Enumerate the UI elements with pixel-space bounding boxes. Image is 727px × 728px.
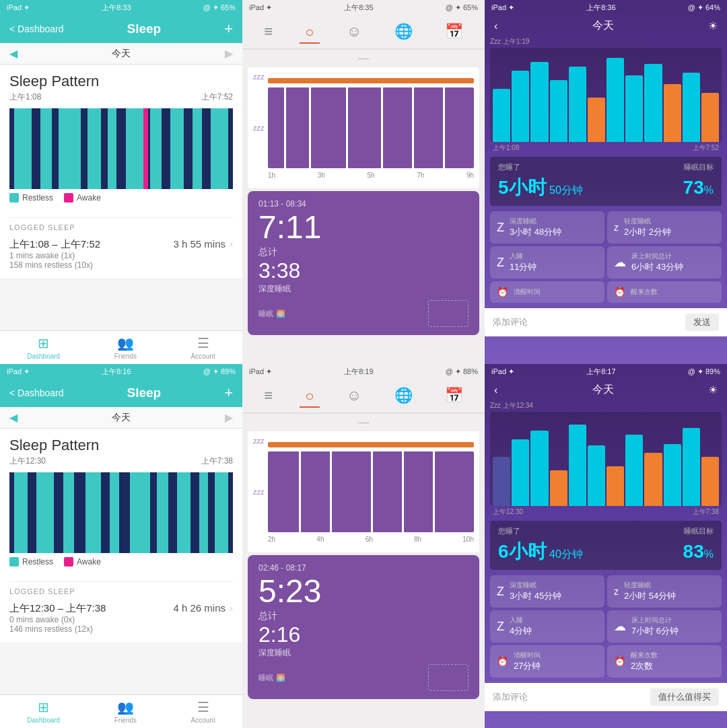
bm-calendar-icon[interactable]: 📅	[440, 384, 469, 407]
p2-circle-icon[interactable]: ○	[300, 21, 319, 44]
bm-purple-block	[268, 451, 474, 532]
bl-sleep-pattern-section: Sleep Pattern 上午12:30 上午7:38 Restless	[0, 429, 242, 576]
bl-tab-dashboard[interactable]: ⊞ Dashboard	[27, 699, 60, 724]
br-status-left: iPad ✦	[491, 367, 514, 376]
wake-count-text: 醒来次数	[631, 287, 658, 297]
deep-sleep-text: 深度睡眠 3小时 48分钟	[510, 217, 561, 238]
bar-1	[493, 89, 510, 142]
p3-percent: 73	[683, 177, 704, 198]
bl-sleep-entry[interactable]: 上午12:30 – 上午7:38 0 mins awake (0x) 146 m…	[9, 599, 233, 636]
br-fall-asleep-text: 入睡 4分钟	[510, 616, 532, 637]
stat-awake-time: ⏰ 清醒时间	[490, 281, 604, 303]
bm-menu-icon[interactable]: ≡	[258, 384, 278, 407]
p2-calendar-icon[interactable]: 📅	[440, 20, 469, 43]
bm-total-label: 总计	[258, 610, 469, 622]
bl-sleep-duration[interactable]: 4 h 26 mins ›	[173, 602, 233, 614]
bl-next-arrow[interactable]: ▶	[225, 411, 233, 424]
deep-sleep-label: 深度睡眠	[510, 217, 561, 226]
bm-time-4h: 4h	[316, 536, 324, 543]
sleep-end: 上午7:52	[201, 92, 233, 103]
friends-icon: 👥	[117, 335, 134, 351]
br-summary-values: 6小时 40分钟 83%	[498, 539, 714, 565]
br-sleep-summary: 您睡了 睡眠目标 6小时 40分钟 83%	[490, 521, 722, 570]
bar-5	[569, 67, 586, 142]
status-bar-bottom-middle: iPad ✦ 上午8:19 @ ✦ 88%	[242, 364, 485, 379]
br-bar-8	[625, 435, 643, 506]
p3-comment-placeholder[interactable]: 添加评论	[493, 316, 685, 328]
bl-back-button[interactable]: < Dashboard	[9, 388, 64, 398]
p3-summary-values: 5小时 50分钟 73%	[498, 175, 714, 201]
bl-tab-friends[interactable]: 👥 Friends	[114, 699, 137, 724]
bm-time-labels: 2h 4h 6h 8h 10h	[268, 536, 474, 543]
entry-time-range: 上午1:08 – 上午7:52	[9, 238, 100, 251]
bl-sleep-legend: Restless Awake	[9, 553, 233, 571]
status-bar-top-middle: iPad ✦ 上午8:35 @ ✦ 65%	[242, 0, 485, 15]
panel-bottom-middle: iPad ✦ 上午8:19 @ ✦ 88% ≡ ○ ☺ 🌐 📅 — zzz zz…	[242, 364, 485, 728]
bm-time-2h: 2h	[268, 536, 275, 543]
br-time-row: 上午12:30 上午7:38	[490, 506, 722, 518]
bl-add-button[interactable]: +	[224, 384, 233, 402]
p3-sleep-time: 5小时 50分钟	[498, 175, 583, 201]
br-stats-grid: Z 深度睡眠 3小时 45分钟 z 轻度睡眠 2小时 54分钟 Z 入睡 4分钟…	[490, 575, 722, 678]
light-sleep-icon: z	[614, 222, 619, 233]
br-awake-time-text: 清醒时间 27分钟	[514, 651, 541, 672]
br-stat-awake-time: ⏰ 清醒时间 27分钟	[490, 645, 604, 678]
br-bar-10	[664, 444, 681, 506]
bm-globe-icon[interactable]: 🌐	[389, 384, 418, 407]
bl-tab-account-label: Account	[191, 717, 215, 724]
orange-sleep-bar	[268, 78, 474, 83]
p3-send-button[interactable]: 发送	[685, 314, 719, 331]
br-fall-asleep-label: 入睡	[510, 616, 532, 625]
p2-menu-icon[interactable]: ≡	[258, 20, 278, 43]
awake-label: Awake	[77, 193, 101, 203]
br-goal-label: 睡眠目标	[684, 526, 714, 536]
bl-date-nav: ◀ 今天 ▶	[0, 407, 242, 429]
date-nav: ◀ 今天 ▶	[0, 43, 242, 65]
p2-person-icon[interactable]: ☺	[341, 20, 367, 43]
next-arrow[interactable]: ▶	[225, 47, 233, 60]
sun-icon: ☀	[708, 20, 718, 32]
br-bar-9-orange	[644, 453, 662, 506]
sleep-duration[interactable]: 3 h 55 mins ›	[173, 238, 233, 250]
back-button[interactable]: < Dashboard	[9, 24, 64, 34]
br-light-sleep-text: 轻度睡眠 2小时 54分钟	[624, 581, 676, 602]
br-stat-fall-asleep: Z 入睡 4分钟	[490, 610, 604, 643]
prev-arrow[interactable]: ◀	[9, 47, 18, 60]
widget-placeholder	[428, 300, 469, 327]
tab-friends[interactable]: 👥 Friends	[114, 335, 137, 360]
bl-account-icon: ☰	[197, 699, 209, 715]
br-bar-6	[588, 445, 605, 506]
nav-title: Sleep	[127, 22, 162, 36]
br-comment-placeholder[interactable]: 添加评论	[493, 691, 650, 703]
add-button[interactable]: +	[224, 20, 233, 38]
br-bar-7-orange	[607, 466, 624, 506]
br-nav-title: 今天	[497, 383, 708, 397]
bl-date-label: 今天	[112, 412, 131, 424]
br-comment-bar: 添加评论 值什么值得买	[485, 683, 727, 711]
bm-pull-indicator: —	[242, 414, 485, 431]
bm-circle-icon[interactable]: ○	[300, 385, 319, 408]
br-awake-time-label: 清醒时间	[514, 651, 541, 660]
chevron-icon: ›	[230, 238, 233, 250]
br-percent-sign: %	[704, 548, 714, 560]
bed-time-text: 床上时间总计 6小时 43分钟	[631, 252, 683, 273]
sleep-entry[interactable]: 上午1:08 – 上午7:52 1 mins awake (1x) 158 mi…	[9, 235, 233, 272]
bm-footer-text: 睡眠	[258, 673, 273, 683]
bottom-tab-bar-2: ⊞ Dashboard 👥 Friends ☰ Account	[0, 694, 242, 728]
br-bar-4-orange	[550, 470, 567, 506]
bm-person-icon[interactable]: ☺	[341, 384, 367, 407]
bl-prev-arrow[interactable]: ◀	[9, 411, 18, 424]
fall-asleep-label: 入睡	[510, 252, 536, 261]
jb-deep-label: 深度睡眠	[258, 283, 469, 295]
br-stat-deep-sleep: Z 深度睡眠 3小时 45分钟	[490, 575, 604, 608]
tab-account[interactable]: ☰ Account	[191, 335, 215, 360]
jb-total-label: 总计	[258, 246, 469, 258]
br-p3-nav: ‹ 今天 ☀	[485, 379, 727, 401]
tab-dashboard[interactable]: ⊞ Dashboard	[27, 335, 60, 360]
p2-globe-icon[interactable]: 🌐	[389, 20, 418, 43]
br-light-sleep-label: 轻度睡眠	[624, 581, 676, 590]
bl-tab-account[interactable]: ☰ Account	[191, 699, 215, 724]
br-send-button[interactable]: 值什么值得买	[650, 688, 719, 706]
panel-bottom-right: iPad ✦ 上午8:17 @ ✦ 89% ‹ 今天 ☀ Zzz 上午12:34…	[485, 364, 727, 728]
br-bar-3	[530, 431, 548, 506]
